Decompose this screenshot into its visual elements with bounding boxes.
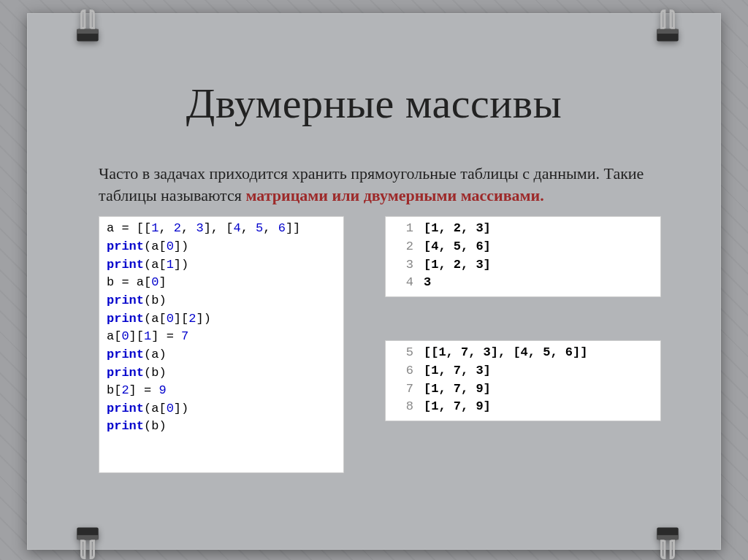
output-line: 2[4, 5, 6] bbox=[393, 238, 653, 256]
output-line: 6[1, 7, 3] bbox=[393, 362, 653, 380]
paragraph-highlight: матрицами или двумерными массивами. bbox=[245, 186, 543, 204]
code-line: b = a[0] bbox=[107, 274, 336, 292]
binder-clip-icon bbox=[72, 513, 103, 560]
svg-rect-1 bbox=[77, 29, 98, 34]
binder-clip-icon bbox=[72, 9, 103, 55]
output-line: 3[1, 2, 3] bbox=[393, 256, 653, 275]
code-line: b[2] = 9 bbox=[107, 382, 336, 400]
binder-clip-icon bbox=[652, 9, 683, 55]
output-line: 7[1, 7, 9] bbox=[393, 380, 653, 399]
code-line: print(a) bbox=[107, 346, 336, 364]
output-panel-2: 5[[1, 7, 3], [4, 5, 6]]6[1, 7, 3]7[1, 7,… bbox=[385, 340, 661, 421]
output-panel-1: 1[1, 2, 3]2[4, 5, 6]3[1, 2, 3]43 bbox=[385, 216, 661, 297]
code-line: print(b) bbox=[107, 292, 336, 310]
code-input-panel: a = [[1, 2, 3], [4, 5, 6]]print(a[0])pri… bbox=[99, 216, 344, 473]
code-line: print(a[0][2]) bbox=[107, 310, 336, 329]
output-line: 1[1, 2, 3] bbox=[393, 220, 653, 238]
output-line: 5[[1, 7, 3], [4, 5, 6]] bbox=[393, 344, 653, 362]
output-line: 8[1, 7, 9] bbox=[393, 398, 653, 416]
code-line: a[0][1] = 7 bbox=[107, 328, 336, 346]
svg-rect-5 bbox=[77, 535, 98, 540]
slide: Двумерные массивы Часто в задачах приход… bbox=[27, 13, 721, 550]
slide-paragraph: Часто в задачах приходится хранить прямо… bbox=[99, 163, 649, 206]
slide-title: Двумерные массивы bbox=[27, 13, 721, 128]
svg-rect-7 bbox=[657, 535, 678, 540]
code-area: a = [[1, 2, 3], [4, 5, 6]]print(a[0])pri… bbox=[99, 216, 649, 494]
code-line: a = [[1, 2, 3], [4, 5, 6]] bbox=[107, 220, 336, 238]
code-line: print(b) bbox=[107, 418, 336, 436]
binder-clip-icon bbox=[652, 513, 683, 560]
output-line: 43 bbox=[393, 274, 653, 292]
code-line: print(a[0]) bbox=[107, 238, 336, 256]
code-line: print(b) bbox=[107, 364, 336, 383]
code-line: print(a[1]) bbox=[107, 256, 336, 275]
svg-rect-3 bbox=[657, 29, 678, 34]
code-line: print(a[0]) bbox=[107, 400, 336, 418]
